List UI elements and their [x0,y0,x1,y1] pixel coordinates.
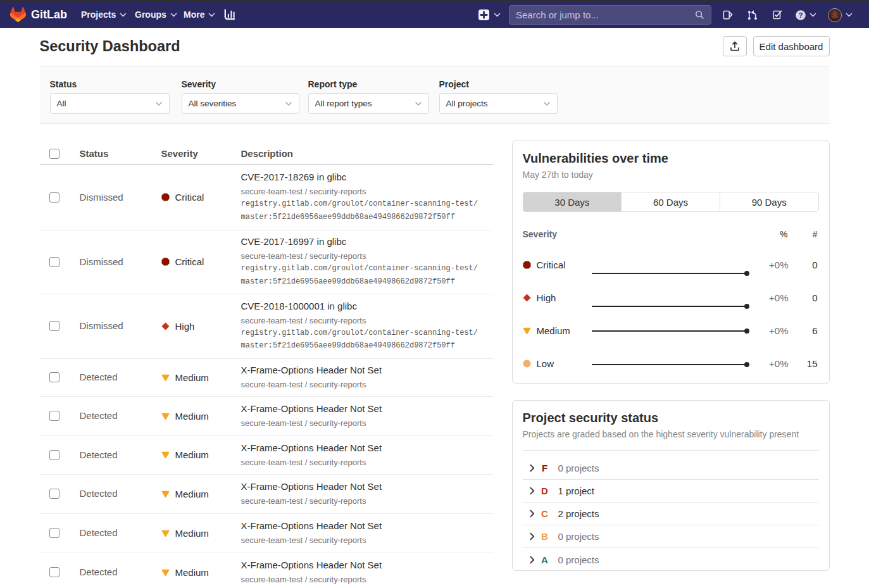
svg-text:?: ? [799,11,803,19]
